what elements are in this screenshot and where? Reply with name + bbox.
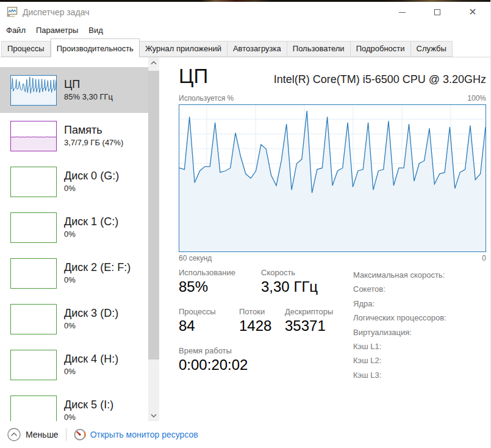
scroll-up-icon[interactable] xyxy=(148,57,159,68)
memory-subtitle: 3,7/7,9 ГБ (47%) xyxy=(64,137,123,148)
sidebar-item-disk-2[interactable]: Диск 2 (E: F:)0% xyxy=(0,250,148,296)
tab-пользователи[interactable]: Пользователи xyxy=(287,41,351,57)
tab-автозагрузка[interactable]: Автозагрузка xyxy=(228,41,287,57)
disk-4-title: Диск 4 (H:) xyxy=(64,352,118,366)
stat-secondary-0-value: 84 xyxy=(179,317,239,335)
stat-secondary-2-value: 35371 xyxy=(285,317,333,335)
stat-secondary-1: Потоки1428 xyxy=(239,306,285,335)
maximize-button[interactable] xyxy=(420,2,455,23)
disk-5-title: Диск 5 (I:) xyxy=(64,398,113,412)
disk-3-labels: Диск 3 (D:)0% xyxy=(64,306,118,331)
memory-mini-chart xyxy=(10,121,57,151)
uptime-value: 0:00:20:02 xyxy=(179,356,353,374)
disk-0-labels: Диск 0 (G:)0% xyxy=(64,169,119,194)
open-resource-monitor-link[interactable]: Открыть монитор ресурсов xyxy=(74,428,198,441)
spec-line-3: Логических процессоров: xyxy=(353,311,446,325)
menu-bar: ФайлПараметрыВид xyxy=(0,23,490,38)
stat-secondary-2: Дескрипторы35371 xyxy=(285,306,333,335)
footer-divider xyxy=(66,428,66,441)
cpu-stats: Использование85%Скорость3,30 ГГц Процесс… xyxy=(179,267,353,382)
chevron-up-circle-icon xyxy=(7,428,21,441)
disk-0-mini-chart xyxy=(10,167,57,197)
stat-primary-0-label: Использование xyxy=(179,267,261,278)
disk-2-labels: Диск 2 (E: F:)0% xyxy=(64,261,131,286)
disk-3-subtitle: 0% xyxy=(64,320,118,331)
cpu-subtitle: 85% 3,30 ГГц xyxy=(64,92,113,103)
maximize-icon xyxy=(434,9,440,15)
menu-item-1[interactable]: Параметры xyxy=(36,26,78,35)
scroll-down-icon[interactable] xyxy=(148,410,159,421)
resource-monitor-label: Открыть монитор ресурсов xyxy=(90,430,198,439)
sidebar-item-disk-0[interactable]: Диск 0 (G:)0% xyxy=(0,159,148,204)
spec-line-6: Кэш L2: xyxy=(353,353,446,367)
spec-line-0: Максимальная скорость: xyxy=(353,268,446,282)
spec-line-2: Ядра: xyxy=(353,297,446,311)
uptime-label: Время работы xyxy=(179,345,353,356)
tab-производительность[interactable]: Производительность xyxy=(51,38,140,57)
uptime-stat: Время работы 0:00:20:02 xyxy=(179,345,353,374)
tab-strip: ПроцессыПроизводительностьЖурнал приложе… xyxy=(0,38,490,57)
cpu-detail-panel: ЦП Intel(R) Core(TM) i5-6500 CPU @ 3.20G… xyxy=(179,57,486,421)
sidebar-item-cpu[interactable]: ЦП85% 3,30 ГГц xyxy=(0,67,148,113)
stat-primary-1: Скорость3,30 ГГц xyxy=(261,267,318,296)
chart-timespan-label: 60 секунд xyxy=(179,254,212,262)
close-icon: ✕ xyxy=(468,7,476,17)
disk-2-title: Диск 2 (E: F:) xyxy=(64,261,131,275)
disk-0-title: Диск 0 (G:) xyxy=(64,169,119,183)
tab-службы[interactable]: Службы xyxy=(411,41,453,57)
sidebar-item-memory[interactable]: Память3,7/7,9 ГБ (47%) xyxy=(0,113,148,159)
cpu-spec-list: Максимальная скорость:Сокетов:Ядра:Логич… xyxy=(353,267,446,382)
window-title: Диспетчер задач xyxy=(23,7,90,17)
sidebar-item-disk-3[interactable]: Диск 3 (D:)0% xyxy=(0,296,148,342)
spec-line-4: Виртуализация: xyxy=(353,325,446,339)
cpu-model-name: Intel(R) Core(TM) i5-6500 CPU @ 3.20GHz xyxy=(274,73,486,86)
disk-0-subtitle: 0% xyxy=(64,183,119,194)
disk-5-subtitle: 0% xyxy=(64,412,113,421)
footer-bar: Меньше Открыть монитор ресурсов xyxy=(0,421,490,448)
fewer-details-button[interactable]: Меньше xyxy=(7,428,59,441)
spec-line-1: Сокетов: xyxy=(353,282,446,296)
sidebar-item-disk-1[interactable]: Диск 1 (C:)0% xyxy=(0,204,148,250)
stat-secondary-1-label: Потоки xyxy=(239,306,285,317)
tab-журнал-приложений[interactable]: Журнал приложений xyxy=(140,41,228,57)
resource-monitor-icon xyxy=(74,428,86,441)
chart-zero-label: 0 xyxy=(482,254,486,262)
tab-процессы[interactable]: Процессы xyxy=(1,41,51,57)
sidebar-item-disk-4[interactable]: Диск 4 (H:)0% xyxy=(0,342,148,388)
spec-line-7: Кэш L3: xyxy=(353,368,446,382)
chart-max-percent-label: 100% xyxy=(467,94,486,103)
cpu-usage-chart xyxy=(179,104,486,252)
title-bar: Диспетчер задач ✕ xyxy=(0,2,490,23)
tab-подробности[interactable]: Подробности xyxy=(351,41,411,57)
close-button[interactable]: ✕ xyxy=(455,2,490,23)
stat-primary-0-value: 85% xyxy=(179,278,261,296)
disk-3-mini-chart xyxy=(10,304,57,334)
disk-5-mini-chart xyxy=(10,396,57,422)
stat-secondary-2-label: Дескрипторы xyxy=(285,306,333,317)
menu-item-2[interactable]: Вид xyxy=(88,26,103,35)
sidebar-item-disk-5[interactable]: Диск 5 (I:)0% xyxy=(0,388,148,421)
scrollbar-thumb[interactable] xyxy=(148,71,159,359)
chart-usage-label: Используется % xyxy=(179,94,234,103)
minimize-icon xyxy=(399,12,406,13)
cpu-labels: ЦП85% 3,30 ГГц xyxy=(64,78,113,103)
cpu-panel-title: ЦП xyxy=(179,65,208,88)
disk-4-mini-chart xyxy=(10,350,57,380)
task-manager-app-icon xyxy=(6,7,18,18)
disk-1-subtitle: 0% xyxy=(64,229,118,240)
menu-item-0[interactable]: Файл xyxy=(6,26,26,35)
disk-1-mini-chart xyxy=(10,212,57,243)
stat-primary-1-label: Скорость xyxy=(261,267,318,278)
stat-secondary-0: Процессы84 xyxy=(179,306,239,335)
cpu-mini-chart xyxy=(10,75,57,106)
stat-primary-0: Использование85% xyxy=(179,267,261,296)
spec-line-5: Кэш L1: xyxy=(353,339,446,353)
stat-primary-1-value: 3,30 ГГц xyxy=(261,278,318,296)
sidebar-scrollbar[interactable] xyxy=(148,57,159,421)
disk-1-labels: Диск 1 (C:)0% xyxy=(64,215,118,240)
performance-sidebar: ЦП85% 3,30 ГГцПамять3,7/7,9 ГБ (47%)Диск… xyxy=(0,57,148,421)
stat-secondary-0-label: Процессы xyxy=(179,306,239,317)
memory-title: Память xyxy=(64,123,123,137)
minimize-button[interactable] xyxy=(384,2,420,23)
cpu-title: ЦП xyxy=(64,78,113,92)
